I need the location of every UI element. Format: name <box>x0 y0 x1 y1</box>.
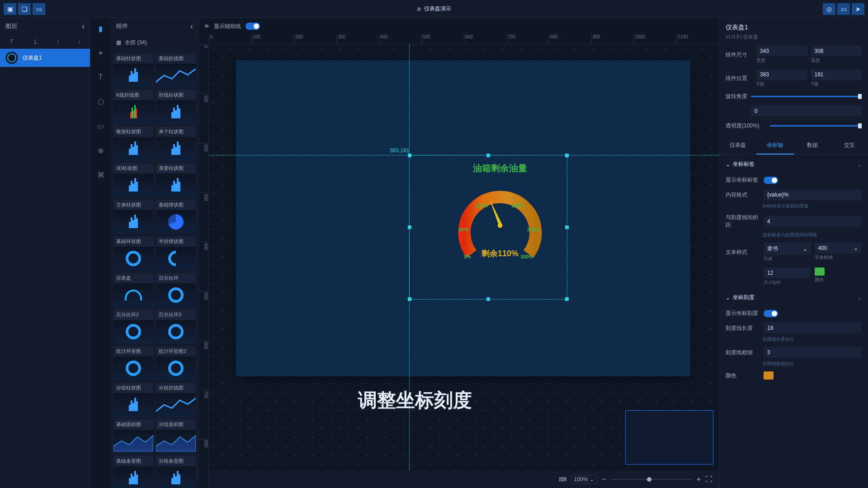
box-icon[interactable]: ❏ <box>18 3 31 15</box>
resize-handle-bc[interactable] <box>486 297 490 301</box>
component-card[interactable]: 基础面积图 <box>113 419 153 453</box>
rail-text-icon[interactable]: T <box>95 71 107 83</box>
layer-item-label: 仪表盘1 <box>23 54 42 62</box>
move-down-icon[interactable]: ↓ <box>78 38 81 45</box>
component-card[interactable]: 基础饼状图 <box>156 200 196 234</box>
tickwid-input[interactable] <box>764 347 862 358</box>
monitor-icon[interactable]: ▭ <box>837 3 850 15</box>
rail-atom-icon[interactable]: ✶ <box>95 47 107 59</box>
cube-icon[interactable]: ▣ <box>4 3 16 15</box>
labelcolor-sub: 颜色 <box>815 277 862 283</box>
component-card[interactable]: 基础环状图 <box>113 236 153 270</box>
component-card[interactable]: 半径饼状图 <box>156 236 196 270</box>
component-card[interactable]: 统计环形图 <box>113 346 153 380</box>
zoom-out-button[interactable]: − <box>602 475 606 483</box>
width-input[interactable] <box>756 46 807 56</box>
component-card[interactable]: K线折线图 <box>113 90 153 124</box>
keyboard-icon[interactable]: ⌨ <box>559 476 566 483</box>
layer-item-gauge[interactable]: 仪表盘1 <box>0 49 90 67</box>
tick-color-swatch[interactable] <box>764 371 774 380</box>
tab-interact[interactable]: 交互 <box>831 137 868 155</box>
fit-screen-icon[interactable]: ⛶ <box>705 475 712 483</box>
component-card[interactable]: 分组条形图 <box>156 456 196 488</box>
rail-globe-icon[interactable]: ⊕ <box>95 145 107 156</box>
component-label: 单个柱状图 <box>156 127 196 137</box>
zoom-in-button[interactable]: + <box>697 475 701 483</box>
component-card[interactable]: 立体柱状图 <box>113 200 153 234</box>
gauge-title: 油箱剩余油量 <box>443 162 557 174</box>
x-input[interactable] <box>756 69 807 80</box>
resize-handle-tr[interactable] <box>565 154 569 157</box>
send-icon[interactable]: ➤ <box>852 3 864 15</box>
height-input[interactable] <box>811 46 862 56</box>
send-back-icon[interactable]: ⤓ <box>33 38 38 45</box>
show-tick-toggle[interactable] <box>764 310 778 317</box>
component-preview <box>156 210 196 234</box>
show-label-toggle[interactable] <box>764 177 778 184</box>
minimap[interactable] <box>625 410 713 465</box>
guide-toggle[interactable] <box>245 23 260 30</box>
component-card[interactable]: 锥形柱状图 <box>113 127 153 160</box>
rotate-input[interactable] <box>751 106 862 117</box>
collapse-components-icon[interactable] <box>190 22 193 31</box>
fontsize-input[interactable] <box>764 267 811 278</box>
gap-input[interactable] <box>764 216 862 227</box>
font-select[interactable]: 隶书 <box>764 243 811 255</box>
rail-media-icon[interactable]: ▭ <box>95 120 107 132</box>
collapse-layers-icon[interactable] <box>82 22 85 31</box>
component-card[interactable]: 统计环形图2 <box>156 346 196 380</box>
weight-select[interactable]: 400 <box>815 243 862 253</box>
section-axis-tick[interactable]: 坐标刻度 ⌄ <box>719 288 868 307</box>
fmt-hint: {value}表示坐标刻度值 <box>719 203 868 211</box>
rotate-slider[interactable] <box>751 96 862 97</box>
resize-handle-br[interactable] <box>565 297 569 301</box>
component-card[interactable]: 3D柱状图 <box>113 163 153 197</box>
component-label: 渐变柱状图 <box>156 163 196 174</box>
component-card[interactable]: 仪表盘 <box>113 273 153 307</box>
layout-icon[interactable]: ▭ <box>33 3 45 15</box>
bring-front-icon[interactable]: ⤒ <box>9 38 14 45</box>
component-card[interactable]: 分组面积图 <box>156 419 196 453</box>
component-preview <box>156 357 196 380</box>
tab-axis[interactable]: 坐标轴 <box>756 137 793 155</box>
component-card[interactable]: 折线柱状图 <box>156 90 196 124</box>
component-card[interactable]: 分组柱状图 <box>113 383 153 417</box>
rail-link-icon[interactable]: ⌘ <box>95 169 107 181</box>
tab-gauge[interactable]: 仪表盘 <box>719 137 756 155</box>
component-card[interactable]: 分组折线图 <box>156 383 196 417</box>
eye-icon[interactable] <box>204 23 209 29</box>
resize-handle-bl[interactable] <box>408 297 411 301</box>
component-card[interactable]: 百分比环 <box>156 273 196 307</box>
label-color-swatch[interactable] <box>815 267 825 276</box>
rail-chart-icon[interactable]: ▮ <box>95 23 107 34</box>
component-card[interactable]: 渐变柱状图 <box>156 163 196 197</box>
component-card[interactable]: 百分比环2 <box>113 310 153 343</box>
font-sub: 字体 <box>764 256 811 262</box>
component-card[interactable]: 百分比环3 <box>156 310 196 343</box>
component-card[interactable]: 单个柱状图 <box>156 127 196 160</box>
ticklen-input[interactable] <box>764 323 862 333</box>
component-card[interactable]: 基础柱状图 <box>113 53 153 87</box>
target-icon[interactable]: ◎ <box>823 3 835 15</box>
resize-handle-tc[interactable] <box>486 154 490 157</box>
component-card[interactable]: 基础折线图 <box>156 53 196 87</box>
selection-box[interactable]: 油箱剩余油量 <box>409 155 567 300</box>
y-input[interactable] <box>811 69 862 80</box>
stage[interactable]: 383,181 油箱剩余油量 <box>209 44 719 488</box>
component-label: 基础柱状图 <box>113 53 153 64</box>
zoom-select[interactable]: 100% <box>571 475 598 484</box>
resize-handle-tl[interactable] <box>408 154 411 157</box>
zoom-slider[interactable] <box>611 479 692 480</box>
fmt-input[interactable] <box>764 189 862 200</box>
section-axis-label[interactable]: 坐标标签 ⌄ <box>719 155 868 174</box>
height-sub: 高度 <box>811 57 862 64</box>
move-up-icon[interactable]: ↑ <box>57 38 60 45</box>
resize-handle-ml[interactable] <box>408 225 411 229</box>
rail-map-icon[interactable]: ⬡ <box>95 96 107 108</box>
gauge-tick-240: 240% <box>527 227 540 232</box>
inspector-tabs: 仪表盘 坐标轴 数据 交互 <box>719 137 868 155</box>
component-card[interactable]: 基础条形图 <box>113 456 153 488</box>
opacity-slider[interactable] <box>770 125 862 127</box>
resize-handle-mr[interactable] <box>565 225 569 229</box>
tab-data[interactable]: 数据 <box>794 137 831 155</box>
